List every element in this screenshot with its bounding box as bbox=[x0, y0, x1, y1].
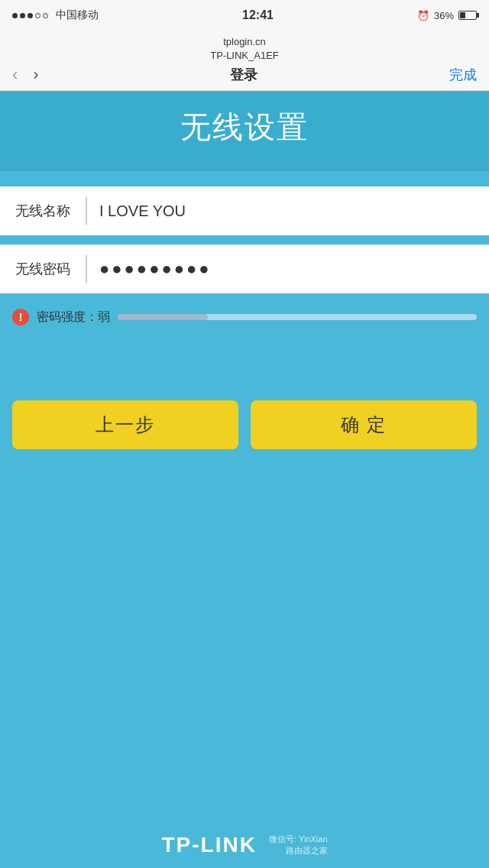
page-nav-title: 登录 bbox=[230, 66, 257, 84]
password-row: 无线密码 bbox=[0, 245, 489, 293]
strength-warning-icon: ! bbox=[12, 309, 29, 326]
footer-watermark: 微信号: YinXian 路由器之家 bbox=[269, 834, 328, 857]
status-left: 中国移动 bbox=[12, 8, 99, 22]
prev-button[interactable]: 上一步 bbox=[12, 400, 238, 449]
spacer bbox=[0, 347, 489, 393]
confirm-button[interactable]: 确 定 bbox=[251, 400, 477, 449]
password-label: 无线密码 bbox=[0, 260, 86, 278]
form-section: 无线名称 无线密码 ! 密码强度：弱 bbox=[0, 171, 489, 347]
url-sub: TP-LINK_A1EF bbox=[12, 49, 477, 63]
strength-bar-fill bbox=[118, 314, 208, 320]
main-content: 无线设置 无线名称 无线密码 ! 密码强度：弱 上一步 bbox=[0, 91, 489, 449]
status-bar: 中国移动 12:41 ⏰ 36% bbox=[0, 0, 489, 31]
browser-nav-bar: tplogin.cn TP-LINK_A1EF ‹ › 登录 完成 bbox=[0, 31, 489, 91]
time-label: 12:41 bbox=[242, 8, 274, 22]
battery-pct-label: 36% bbox=[434, 10, 454, 21]
back-arrow-icon[interactable]: ‹ bbox=[12, 66, 18, 83]
watermark-line2: 路由器之家 bbox=[269, 845, 328, 857]
tp-link-logo: TP-LINK bbox=[161, 833, 256, 857]
status-right: ⏰ 36% bbox=[417, 10, 477, 21]
ssid-input[interactable] bbox=[87, 202, 489, 220]
nav-arrows: ‹ › bbox=[12, 66, 39, 83]
signal-icon bbox=[12, 13, 48, 18]
strength-row: ! 密码强度：弱 bbox=[0, 303, 489, 332]
ssid-row: 无线名称 bbox=[0, 186, 489, 235]
page-title: 无线设置 bbox=[0, 106, 489, 148]
strength-bar-container bbox=[118, 314, 477, 320]
strength-label: 密码强度：弱 bbox=[37, 309, 110, 326]
nav-controls: ‹ › 登录 完成 bbox=[12, 66, 477, 84]
carrier-label: 中国移动 bbox=[56, 8, 99, 22]
url-main: tplogin.cn bbox=[12, 35, 477, 49]
footer: TP-LINK 微信号: YinXian 路由器之家 bbox=[0, 822, 489, 868]
bottom-area bbox=[0, 449, 489, 587]
alarm-icon: ⏰ bbox=[417, 10, 429, 21]
battery-icon bbox=[458, 11, 477, 20]
ssid-label: 无线名称 bbox=[0, 202, 86, 220]
forward-arrow-icon[interactable]: › bbox=[33, 66, 38, 83]
buttons-row: 上一步 确 定 bbox=[0, 400, 489, 449]
watermark-line1: 微信号: YinXian bbox=[269, 834, 328, 845]
warning-symbol: ! bbox=[19, 311, 23, 323]
password-input[interactable] bbox=[87, 259, 489, 279]
page-header: 无线设置 bbox=[0, 91, 489, 171]
url-info: tplogin.cn TP-LINK_A1EF bbox=[12, 35, 477, 63]
done-button[interactable]: 完成 bbox=[449, 66, 477, 84]
